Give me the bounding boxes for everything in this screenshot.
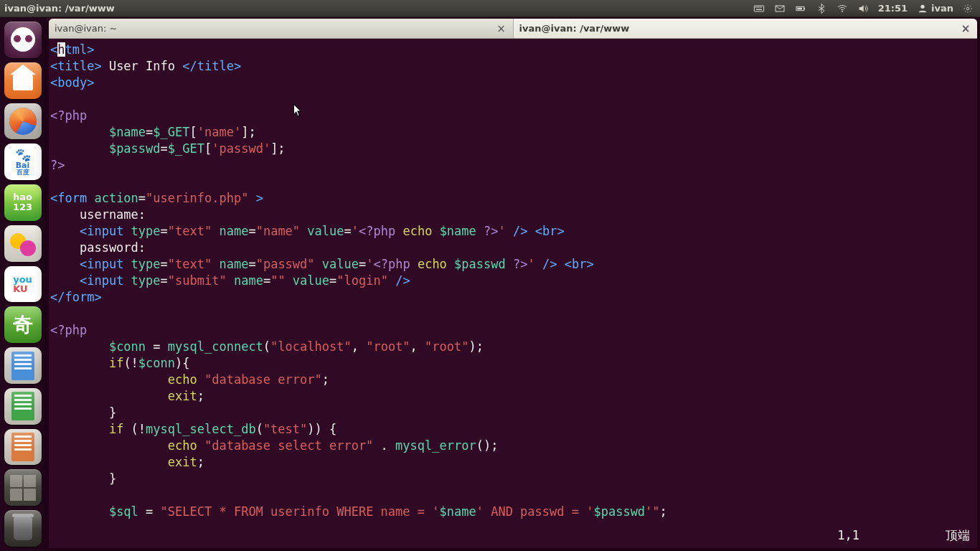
- code: <input: [80, 273, 131, 288]
- launcher-trash[interactable]: [4, 510, 42, 547]
- launcher-label: Bai: [16, 161, 30, 169]
- indicator-area: 21:51 ivan: [753, 3, 977, 14]
- launcher-baidu[interactable]: 🐾Bai百度: [4, 143, 42, 180]
- code: value: [286, 273, 329, 288]
- tab-inactive[interactable]: ivan@ivan: ~ ×: [49, 19, 514, 38]
- code: name: [212, 224, 248, 238]
- window-title: ivan@ivan: /var/www: [3, 3, 753, 14]
- svg-rect-6: [756, 9, 762, 9]
- code: }: [109, 471, 116, 486]
- code: =: [161, 141, 168, 156]
- code: =: [359, 257, 366, 271]
- launcher-iqiyi[interactable]: 奇: [4, 306, 42, 343]
- code: ' AND passwd = ': [476, 504, 594, 519]
- bluetooth-icon[interactable]: [816, 3, 827, 14]
- code: echo: [402, 224, 439, 238]
- battery-icon[interactable]: [795, 3, 806, 14]
- mail-icon[interactable]: [774, 3, 786, 14]
- code: password:: [50, 240, 146, 255]
- launcher-firefox[interactable]: [4, 103, 42, 140]
- top-panel: ivan@ivan: /var/www 21:51 ivan: [0, 0, 980, 17]
- system-menu-icon[interactable]: [963, 4, 973, 14]
- launcher-label: KU: [13, 284, 32, 293]
- code: <body>: [50, 75, 94, 90]
- code: if: [109, 422, 131, 436]
- launcher-calc[interactable]: [4, 388, 42, 425]
- launcher-youku[interactable]: youKU: [4, 266, 42, 303]
- launcher-files[interactable]: [4, 62, 42, 99]
- close-icon[interactable]: ×: [960, 23, 971, 34]
- svg-rect-4: [759, 6, 760, 7]
- launcher: 🐾Bai百度 hao123 youKU 奇: [0, 17, 46, 551]
- code: />: [535, 257, 565, 271]
- volume-icon[interactable]: [857, 3, 869, 14]
- code: action: [94, 191, 138, 205]
- keyboard-icon[interactable]: [753, 3, 765, 14]
- code: </title>: [182, 59, 241, 73]
- code: $passwd: [109, 141, 161, 156]
- code: ;: [197, 389, 204, 403]
- launcher-workspaces[interactable]: [4, 469, 42, 506]
- close-icon[interactable]: ×: [496, 23, 507, 34]
- user-menu[interactable]: ivan: [917, 3, 953, 14]
- code: [50, 389, 168, 403]
- clock[interactable]: 21:51: [878, 3, 908, 14]
- code: echo: [168, 438, 204, 453]
- code: mysql_connect: [168, 339, 263, 354]
- terminal-content[interactable]: <html> <title> User Info </title> <body>…: [49, 39, 977, 548]
- code: <br>: [565, 257, 594, 271]
- code: $passwd: [593, 504, 645, 519]
- vim-status: 1,1 顶端: [837, 527, 970, 544]
- launcher-writer[interactable]: [4, 347, 42, 384]
- code: "database error": [204, 372, 322, 387]
- code: ;: [322, 372, 329, 387]
- code: .: [373, 438, 395, 453]
- launcher-label: 奇: [13, 311, 33, 339]
- code: 'name': [197, 125, 241, 139]
- code: [50, 273, 80, 288]
- code: username:: [50, 207, 146, 222]
- code: [50, 372, 168, 387]
- launcher-hao123[interactable]: hao123: [4, 184, 42, 221]
- code: <?php: [359, 224, 402, 238]
- code: name: [212, 257, 248, 271]
- code: <br>: [535, 224, 565, 238]
- cursor: h: [57, 42, 65, 57]
- code: =: [263, 273, 270, 288]
- launcher-qq[interactable]: [4, 225, 42, 262]
- code: "userinfo.php": [146, 191, 248, 205]
- launcher-impress[interactable]: [4, 429, 42, 466]
- code: (!: [123, 356, 138, 370]
- svg-rect-1: [755, 6, 755, 7]
- code: name: [227, 273, 263, 288]
- code: =: [248, 257, 255, 271]
- code: =: [138, 191, 146, 205]
- code: ?>: [484, 224, 498, 238]
- code: [50, 405, 109, 420]
- code: ,: [352, 339, 366, 354]
- code: mysql_select_db: [146, 422, 256, 436]
- code: "passwd": [256, 257, 315, 271]
- code: ': [527, 257, 534, 271]
- tab-active[interactable]: ivan@ivan: /var/www ×: [514, 19, 978, 38]
- code: ){: [175, 356, 189, 370]
- svg-rect-2: [756, 6, 757, 7]
- code: <?php: [50, 323, 87, 337]
- code: ();: [476, 438, 499, 453]
- launcher-dash[interactable]: [4, 22, 42, 58]
- code: />: [388, 273, 410, 288]
- code: exit: [168, 389, 197, 403]
- launcher-label: 123: [13, 202, 32, 212]
- terminal-window: ivan@ivan: ~ × ivan@ivan: /var/www × <ht…: [49, 19, 977, 548]
- launcher-label: hao: [13, 192, 32, 202]
- code: ?>: [513, 257, 527, 271]
- code: "submit": [168, 273, 227, 288]
- code: value: [315, 257, 359, 271]
- code: =: [161, 224, 168, 238]
- code: exit: [168, 455, 197, 469]
- code: '": [645, 504, 659, 519]
- code: [50, 339, 109, 354]
- wifi-icon[interactable]: [837, 3, 848, 14]
- code: [50, 422, 109, 436]
- code: (!: [131, 422, 146, 436]
